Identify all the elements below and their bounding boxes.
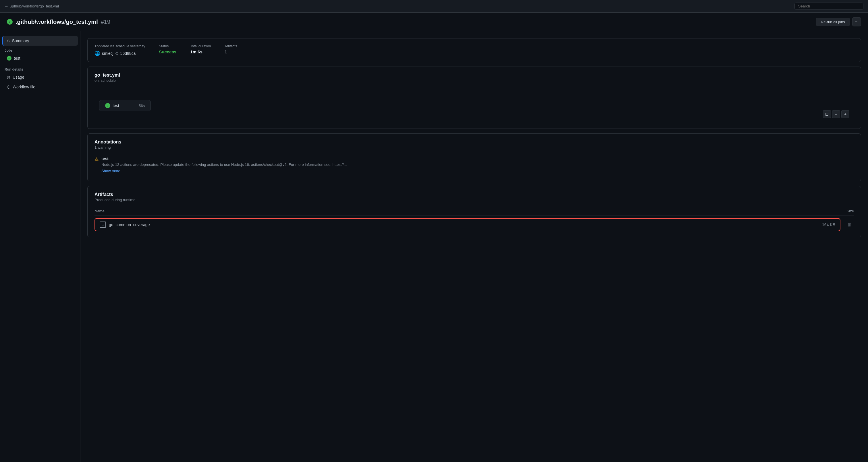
annotation-item: ⚠ test Node.js 12 actions are deprecated… bbox=[94, 154, 854, 175]
more-options-button[interactable]: ··· bbox=[852, 17, 861, 26]
artifact-left: □ go_common_coverage bbox=[100, 222, 150, 228]
trigger-row: 🌐 smiecj ⊙ 56d88ca bbox=[94, 51, 145, 56]
status-value: Success bbox=[159, 50, 176, 54]
artifacts-subtitle: Produced during runtime bbox=[94, 198, 854, 202]
annotations-title: Annotations bbox=[94, 139, 854, 144]
success-icon: ✓ bbox=[7, 19, 13, 25]
run-details-section-label: Run details bbox=[0, 65, 80, 73]
main-layout: Summary Jobs ✓ test Run details Usage Wo… bbox=[0, 31, 868, 462]
plus-icon bbox=[844, 112, 846, 117]
sidebar-workflow-file-label: Workflow file bbox=[13, 85, 35, 89]
commit-separator-icon: ⊙ bbox=[115, 51, 119, 56]
job-success-icon: ✓ bbox=[7, 56, 11, 61]
duration-info: Total duration 1m 6s bbox=[190, 44, 211, 54]
fit-icon bbox=[825, 112, 829, 117]
sidebar-usage-label: Usage bbox=[13, 75, 24, 79]
globe-icon: 🌐 bbox=[94, 51, 100, 56]
workflow-icon bbox=[7, 85, 10, 89]
artifacts-card: Artifacts Produced during runtime Name S… bbox=[87, 186, 861, 237]
workflow-title: go_test.yml bbox=[94, 73, 854, 78]
duration-value: 1m 6s bbox=[190, 50, 211, 54]
fit-diagram-button[interactable] bbox=[823, 110, 831, 118]
annotations-count: 1 warning bbox=[94, 145, 854, 150]
trigger-info: Triggered via schedule yesterday 🌐 smiec… bbox=[94, 44, 145, 56]
workflow-subtitle: on: schedule bbox=[94, 78, 854, 82]
artifacts-table-header: Name Size bbox=[94, 207, 854, 216]
job-node-duration: 56s bbox=[139, 104, 145, 108]
zoom-out-button[interactable] bbox=[832, 110, 840, 118]
header-actions: Re-run all jobs ··· bbox=[816, 17, 861, 26]
job-node-test[interactable]: ✓ test 56s bbox=[99, 100, 151, 111]
zoom-in-button[interactable] bbox=[841, 110, 849, 118]
artifact-size: 164 KB bbox=[822, 222, 835, 227]
page-title: .github/workflows/go_test.yml bbox=[16, 19, 98, 25]
top-bar: .github/workflows/go_test.yml bbox=[0, 0, 868, 12]
annotation-message: Node.js 12 actions are deprecated. Pleas… bbox=[101, 162, 360, 168]
home-icon bbox=[7, 38, 10, 43]
main-content: Triggered via schedule yesterday 🌐 smiec… bbox=[81, 31, 868, 462]
workflow-diagram: ✓ test 56s bbox=[94, 88, 854, 123]
summary-card: Triggered via schedule yesterday 🌐 smiec… bbox=[87, 38, 861, 62]
arrow-left-icon bbox=[5, 4, 8, 8]
annotation-content: test Node.js 12 actions are deprecated. … bbox=[101, 156, 854, 173]
trigger-user: smiecj bbox=[102, 51, 114, 56]
page-title-container: ✓ .github/workflows/go_test.yml #19 bbox=[7, 19, 110, 25]
workflow-diagram-card: go_test.yml on: schedule ✓ test 56s bbox=[87, 67, 861, 129]
artifact-row[interactable]: □ go_common_coverage 164 KB bbox=[94, 218, 840, 231]
search-input[interactable] bbox=[795, 3, 863, 10]
trigger-commit: 56d88ca bbox=[120, 51, 136, 56]
status-info: Status Success bbox=[159, 44, 176, 54]
artifacts-info: Artifacts 1 bbox=[225, 44, 237, 54]
warning-icon: ⚠ bbox=[94, 156, 98, 162]
artifact-name: go_common_coverage bbox=[109, 222, 150, 227]
annotations-card-inner: Annotations 1 warning ⚠ test Node.js 12 … bbox=[88, 134, 861, 181]
show-more-link[interactable]: Show more bbox=[101, 169, 854, 173]
diagram-controls bbox=[823, 110, 849, 118]
artifacts-card-inner: Artifacts Produced during runtime Name S… bbox=[88, 186, 861, 237]
clock-icon bbox=[7, 75, 10, 79]
trash-icon bbox=[847, 222, 851, 227]
job-node-success-icon: ✓ bbox=[105, 103, 110, 108]
annotation-source: test bbox=[101, 156, 854, 161]
minus-icon bbox=[835, 112, 837, 117]
breadcrumb-link[interactable]: .github/workflows/go_test.yml bbox=[5, 4, 59, 8]
artifact-row-wrapper: □ go_common_coverage 164 KB bbox=[94, 218, 854, 231]
artifacts-col-name: Name bbox=[94, 209, 104, 213]
more-options-icon: ··· bbox=[855, 19, 859, 24]
artifacts-label: Artifacts bbox=[225, 44, 237, 48]
jobs-section-label: Jobs bbox=[0, 46, 80, 54]
workflow-card-inner: go_test.yml on: schedule ✓ test 56s bbox=[88, 67, 861, 129]
rerun-all-jobs-button[interactable]: Re-run all jobs bbox=[816, 18, 850, 26]
sidebar-job-label: test bbox=[14, 56, 21, 61]
breadcrumb-text: .github/workflows/go_test.yml bbox=[10, 4, 59, 8]
artifact-delete-button[interactable] bbox=[845, 221, 854, 228]
status-label: Status bbox=[159, 44, 176, 48]
sidebar: Summary Jobs ✓ test Run details Usage Wo… bbox=[0, 31, 81, 462]
sidebar-item-test[interactable]: ✓ test bbox=[2, 54, 78, 63]
sidebar-item-workflow-file[interactable]: Workflow file bbox=[2, 82, 78, 92]
sidebar-item-usage[interactable]: Usage bbox=[2, 73, 78, 82]
summary-card-inner: Triggered via schedule yesterday 🌐 smiec… bbox=[88, 38, 861, 62]
duration-label: Total duration bbox=[190, 44, 211, 48]
sidebar-summary-label: Summary bbox=[12, 38, 29, 43]
artifact-box-icon: □ bbox=[100, 222, 106, 228]
triggered-label: Triggered via schedule yesterday bbox=[94, 44, 145, 48]
annotations-card: Annotations 1 warning ⚠ test Node.js 12 … bbox=[87, 133, 861, 182]
artifacts-count: 1 bbox=[225, 50, 237, 54]
page-header: ✓ .github/workflows/go_test.yml #19 Re-r… bbox=[0, 12, 868, 31]
sidebar-item-summary[interactable]: Summary bbox=[2, 36, 78, 45]
job-node-label: test bbox=[113, 103, 119, 108]
artifacts-title: Artifacts bbox=[94, 192, 854, 197]
run-number: #19 bbox=[101, 19, 110, 25]
artifacts-col-size: Size bbox=[847, 209, 854, 213]
